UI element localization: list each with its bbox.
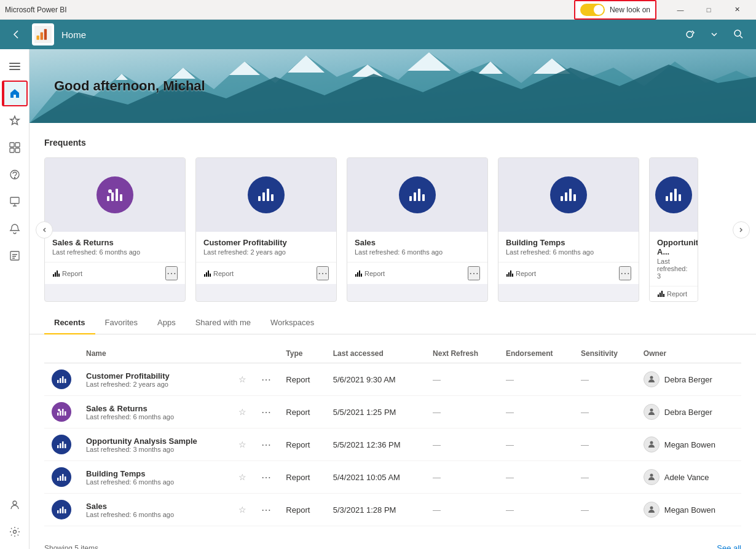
table-row: Sales & Returns Last refreshed: 6 months…	[44, 396, 741, 429]
card-name: Sales	[355, 238, 480, 247]
type-cell: Report	[278, 429, 325, 461]
item-name[interactable]: Customer Profitability	[86, 371, 224, 381]
tab-shared[interactable]: Shared with me	[186, 312, 261, 334]
svg-rect-47	[414, 192, 416, 201]
card-type: Report	[657, 290, 687, 298]
main-layout: Good afternoon, Michal Frequents	[0, 49, 756, 549]
frequent-card[interactable]: Customer Profitability Last refreshed: 2…	[195, 157, 337, 302]
svg-rect-89	[65, 476, 66, 481]
more-options-button[interactable]: ⋯	[261, 504, 271, 516]
sidebar-item-apps[interactable]	[2, 135, 27, 160]
col-more	[254, 344, 278, 363]
svg-rect-31	[116, 189, 118, 201]
svg-rect-48	[418, 189, 420, 201]
favorite-button[interactable]: ☆	[238, 505, 246, 515]
svg-rect-10	[10, 148, 14, 152]
svg-rect-8	[10, 143, 14, 147]
sidebar-item-reports[interactable]	[2, 243, 27, 268]
search-button[interactable]	[729, 25, 749, 44]
recents-table: Name Type Last accessed Next Refresh End…	[44, 344, 741, 526]
cards-next-button[interactable]	[733, 221, 750, 239]
card-more-button[interactable]: ⋯	[468, 266, 480, 280]
card-body: Building Temps Last refreshed: 6 months …	[498, 232, 639, 262]
dropdown-button[interactable]	[704, 25, 724, 44]
col-endorsement: Endorsement	[498, 344, 573, 363]
favorite-button[interactable]: ☆	[238, 440, 246, 449]
svg-rect-73	[65, 379, 66, 383]
col-name: Name	[79, 344, 231, 363]
tab-workspaces[interactable]: Workspaces	[261, 312, 324, 334]
card-more-button[interactable]: ⋯	[619, 266, 631, 280]
last-accessed-cell: 5/5/2021 12:36 PM	[326, 429, 425, 461]
svg-rect-42	[204, 274, 205, 277]
frequent-card[interactable]: Building Temps Last refreshed: 6 months …	[498, 157, 639, 302]
refresh-button[interactable]	[680, 25, 699, 44]
card-type: Report	[355, 270, 385, 277]
item-name[interactable]: Opportunity Analysis Sample	[86, 436, 224, 446]
card-meta: Last refreshed: 6 months ago	[52, 248, 178, 256]
header-title: Home	[61, 30, 86, 40]
owner-cell: Debra Berger	[636, 363, 741, 396]
next-refresh-cell: —	[425, 494, 498, 526]
tab-recents[interactable]: Recents	[44, 312, 95, 334]
sidebar-item-settings[interactable]	[2, 519, 27, 544]
next-refresh-cell: —	[425, 461, 498, 494]
item-name[interactable]: Building Temps	[86, 469, 224, 478]
svg-rect-62	[666, 196, 668, 201]
maximize-button[interactable]: □	[695, 0, 723, 20]
card-icon	[550, 176, 587, 213]
see-all-link[interactable]: See all	[717, 543, 741, 549]
more-options-button[interactable]: ⋯	[261, 472, 271, 483]
item-name[interactable]: Sales & Returns	[86, 404, 224, 413]
sidebar-item-learn[interactable]	[2, 162, 27, 187]
svg-rect-72	[62, 376, 64, 383]
svg-rect-5	[9, 63, 20, 64]
sidebar-item-home[interactable]	[2, 81, 27, 106]
card-name: Building Temps	[506, 238, 631, 247]
svg-rect-58	[506, 274, 508, 277]
svg-rect-70	[57, 380, 59, 383]
svg-rect-91	[57, 510, 59, 513]
sidebar-item-menu[interactable]	[2, 54, 27, 79]
favorite-button[interactable]: ☆	[238, 374, 246, 384]
card-more-button[interactable]: ⋯	[165, 266, 178, 280]
svg-rect-29	[107, 196, 109, 201]
frequent-card[interactable]: Sales & Returns Last refreshed: 6 months…	[44, 157, 186, 302]
item-name[interactable]: Sales	[86, 502, 224, 511]
row-icon-cell	[44, 494, 79, 526]
more-options-button[interactable]: ⋯	[261, 374, 271, 385]
sidebar-item-notifications[interactable]	[2, 216, 27, 241]
svg-rect-52	[359, 271, 360, 277]
more-options-button[interactable]: ⋯	[261, 406, 271, 418]
sidebar-item-workspaces[interactable]	[2, 189, 27, 214]
card-thumbnail	[196, 158, 336, 232]
table-section: Name Type Last accessed Next Refresh End…	[30, 334, 756, 536]
favorite-button[interactable]: ☆	[238, 472, 246, 482]
owner-avatar	[644, 436, 660, 452]
cards-prev-button[interactable]	[36, 221, 53, 239]
new-look-label: New look on	[610, 6, 650, 14]
tab-favorites[interactable]: Favorites	[95, 312, 148, 334]
endorsement-cell: —	[498, 363, 573, 396]
close-button[interactable]: ✕	[723, 0, 751, 20]
frequent-card[interactable]: Sales Last refreshed: 6 months ago Repor…	[347, 157, 488, 302]
svg-rect-36	[57, 271, 58, 277]
title-bar-controls: — □ ✕	[666, 0, 751, 20]
favorite-button[interactable]: ☆	[238, 407, 246, 417]
back-button[interactable]	[7, 26, 25, 43]
svg-rect-1	[37, 36, 39, 40]
sidebar-item-account[interactable]	[2, 492, 27, 517]
svg-rect-69	[663, 294, 664, 297]
frequent-card[interactable]: Opportunity A... Last refreshed: 3 Repor…	[649, 157, 698, 302]
svg-point-95	[650, 507, 653, 510]
table-row: Customer Profitability Last refreshed: 2…	[44, 363, 741, 396]
new-look-toggle[interactable]	[580, 4, 605, 16]
minimize-button[interactable]: —	[666, 0, 695, 20]
card-type: Report	[203, 270, 234, 277]
card-more-button[interactable]: ⋯	[317, 266, 329, 280]
sidebar-item-favorites[interactable]	[2, 108, 27, 133]
tab-apps[interactable]: Apps	[148, 312, 186, 334]
more-options-button[interactable]: ⋯	[261, 439, 271, 451]
card-type: Report	[506, 270, 536, 277]
svg-point-16	[13, 501, 17, 505]
